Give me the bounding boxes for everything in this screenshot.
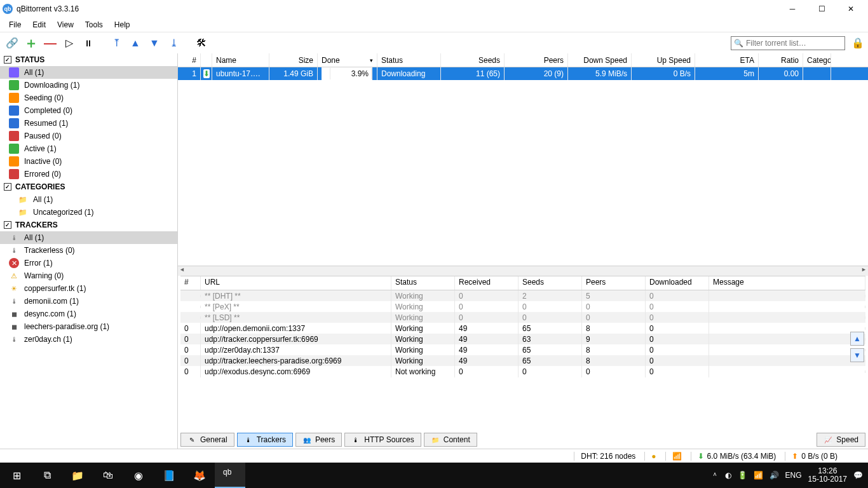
col-ratio[interactable]: Ratio bbox=[759, 53, 803, 67]
col-size[interactable]: Size bbox=[269, 53, 318, 67]
sidebar-status-item[interactable]: Seeding (0) bbox=[0, 92, 177, 104]
app-icon: qb bbox=[3, 4, 13, 14]
tracker-row[interactable]: 0udp://open.demonii.com:1337Working49658… bbox=[180, 323, 865, 334]
start-button[interactable]: ⊞ bbox=[1, 463, 32, 488]
file-explorer-button[interactable]: 📁 bbox=[62, 463, 93, 488]
move-down-button[interactable]: ▼ bbox=[146, 35, 163, 51]
tab-peers[interactable]: 👥Peers bbox=[295, 433, 342, 447]
sidebar-tracker-item[interactable]: ◼desync.com (1) bbox=[0, 308, 177, 320]
sidebar-tracker-item[interactable]: ✕Error (1) bbox=[0, 257, 177, 269]
sidebar-status-item[interactable]: Active (1) bbox=[0, 142, 177, 155]
tab-general[interactable]: ✎General bbox=[180, 433, 234, 447]
speed-gauge: 📶 bbox=[665, 452, 682, 461]
col-category[interactable]: Catego bbox=[803, 53, 831, 67]
sidebar-tracker-item[interactable]: ◼leechers-paradise.org (1) bbox=[0, 320, 177, 333]
tab-trackers[interactable]: 🌡Trackers bbox=[237, 433, 293, 447]
move-up-button[interactable]: ▲ bbox=[127, 35, 144, 51]
tab-content[interactable]: 📁Content bbox=[424, 433, 477, 447]
tracker-row[interactable]: 0udp://exodus.desync.com:6969Not working… bbox=[180, 366, 865, 377]
sidebar-tracker-item[interactable]: 🌡zer0day.ch (1) bbox=[0, 333, 177, 346]
tray-lang[interactable]: ENG bbox=[785, 471, 802, 480]
move-top-button[interactable]: ⤒ bbox=[108, 35, 125, 51]
col-num[interactable]: # bbox=[178, 53, 201, 67]
col-down-speed[interactable]: Down Speed bbox=[568, 53, 632, 67]
tracker-list[interactable]: ** [DHT] **Working0250** [PeX] **Working… bbox=[180, 290, 865, 431]
disk-status: ● bbox=[644, 452, 656, 461]
sidebar-header[interactable]: ✓STATUS bbox=[0, 53, 177, 66]
tray-qb-icon[interactable]: ◐ bbox=[725, 471, 731, 480]
tray-chevron-icon[interactable]: ＾ bbox=[711, 470, 719, 481]
remove-button[interactable]: — bbox=[42, 35, 58, 51]
sidebar-status-item[interactable]: Errored (0) bbox=[0, 168, 177, 180]
tracker-row[interactable]: ** [PeX] **Working0000 bbox=[180, 301, 865, 312]
maximize-button[interactable]: ☐ bbox=[807, 0, 836, 18]
lock-icon[interactable]: 🔒 bbox=[851, 37, 864, 50]
filter-box[interactable]: 🔍 bbox=[731, 36, 845, 50]
sidebar-tracker-item[interactable]: ⚠Warning (0) bbox=[0, 269, 177, 282]
sidebar-header[interactable]: ✓CATEGORIES bbox=[0, 180, 177, 193]
menu-edit[interactable]: Edit bbox=[27, 19, 51, 30]
menu-help[interactable]: Help bbox=[109, 19, 135, 30]
tray-notifications-icon[interactable]: 💬 bbox=[853, 471, 863, 480]
tracker-row[interactable]: 0udp://tracker.leechers-paradise.org:696… bbox=[180, 355, 865, 366]
priority-up-button[interactable]: ▲ bbox=[850, 332, 864, 346]
resume-button[interactable]: ▷ bbox=[61, 35, 78, 51]
col-done[interactable]: Done▾ bbox=[318, 53, 377, 67]
col-seeds[interactable]: Seeds bbox=[441, 53, 505, 67]
col-peers[interactable]: Peers bbox=[505, 53, 568, 67]
horizontal-scrollbar[interactable] bbox=[178, 266, 868, 276]
sidebar-status-item[interactable]: All (1) bbox=[0, 66, 177, 79]
tray-wifi-icon[interactable]: 📶 bbox=[754, 471, 763, 480]
tab-speed[interactable]: 📈Speed bbox=[817, 433, 865, 447]
col-eta[interactable]: ETA bbox=[695, 53, 759, 67]
priority-down-button[interactable]: ▼ bbox=[850, 348, 864, 362]
sidebar-header[interactable]: ✓TRACKERS bbox=[0, 219, 177, 231]
systray[interactable]: ＾ ◐ 🔋 📶 🔊 ENG 13:2615-10-2017 💬 bbox=[711, 467, 867, 484]
menu-file[interactable]: File bbox=[4, 19, 26, 30]
close-button[interactable]: ✕ bbox=[836, 0, 865, 18]
sidebar-status-item[interactable]: Resumed (1) bbox=[0, 117, 177, 130]
sidebar-category-item[interactable]: 📁All (1) bbox=[0, 193, 177, 206]
tray-battery-icon[interactable]: 🔋 bbox=[738, 471, 747, 480]
pause-button[interactable]: ⏸ bbox=[80, 35, 97, 51]
sidebar-status-item[interactable]: Downloading (1) bbox=[0, 79, 177, 92]
sidebar-status-item[interactable]: Completed (0) bbox=[0, 104, 177, 117]
sidebar-tracker-item[interactable]: 🌡demonii.com (1) bbox=[0, 295, 177, 308]
menu-tools[interactable]: Tools bbox=[80, 19, 108, 30]
add-link-button[interactable]: 🔗 bbox=[4, 35, 20, 51]
tracker-header[interactable]: # URL Status Received Seeds Peers Downlo… bbox=[180, 276, 865, 290]
dht-status: DHT: 216 nodes bbox=[574, 452, 635, 461]
menu-view[interactable]: View bbox=[52, 19, 79, 30]
sidebar-status-item[interactable]: Paused (0) bbox=[0, 130, 177, 142]
sidebar-tracker-item[interactable]: 🌡Trackerless (0) bbox=[0, 244, 177, 257]
torrent-grid-header[interactable]: # Name Size Done▾ Status Seeds Peers Dow… bbox=[178, 53, 868, 67]
col-name[interactable]: Name bbox=[212, 53, 269, 67]
tracker-row[interactable]: 0udp://zer0day.ch:1337Working496580 bbox=[180, 344, 865, 355]
move-bottom-button[interactable]: ⤓ bbox=[165, 35, 182, 51]
firefox-button[interactable]: 🦊 bbox=[184, 463, 215, 488]
tracker-row[interactable]: ** [DHT] **Working0250 bbox=[180, 290, 865, 301]
filter-input[interactable] bbox=[746, 39, 842, 48]
task-view-button[interactable]: ⧉ bbox=[32, 463, 62, 488]
qbittorrent-task-button[interactable]: qb bbox=[215, 463, 245, 488]
chrome-button[interactable]: ◉ bbox=[123, 463, 154, 488]
torrent-list[interactable]: 1⬇ubuntu-17….1.49 GiB3.9%Downloading11 (… bbox=[178, 67, 868, 266]
tray-volume-icon[interactable]: 🔊 bbox=[770, 471, 779, 480]
sidebar-tracker-item[interactable]: ☀coppersurfer.tk (1) bbox=[0, 282, 177, 295]
tracker-row[interactable]: 0udp://tracker.coppersurfer.tk:6969Worki… bbox=[180, 334, 865, 344]
col-up-speed[interactable]: Up Speed bbox=[632, 53, 695, 67]
store-button[interactable]: 🛍 bbox=[93, 463, 123, 488]
tray-clock[interactable]: 13:2615-10-2017 bbox=[808, 467, 847, 484]
sidebar-tracker-item[interactable]: 🌡All (1) bbox=[0, 231, 177, 244]
add-torrent-button[interactable]: ＋ bbox=[23, 35, 39, 51]
torrent-row[interactable]: 1⬇ubuntu-17….1.49 GiB3.9%Downloading11 (… bbox=[178, 67, 868, 80]
minimize-button[interactable]: ─ bbox=[778, 0, 807, 18]
sidebar-category-item[interactable]: 📁Uncategorized (1) bbox=[0, 206, 177, 219]
sidebar-status-item[interactable]: Inactive (0) bbox=[0, 155, 177, 168]
settings-button[interactable]: 🛠 bbox=[193, 35, 210, 51]
notes-button[interactable]: 📘 bbox=[154, 463, 184, 488]
taskbar[interactable]: ⊞ ⧉ 📁 🛍 ◉ 📘 🦊 qb ＾ ◐ 🔋 📶 🔊 ENG 13:2615-1… bbox=[0, 463, 868, 488]
tracker-row[interactable]: ** [LSD] **Working0000 bbox=[180, 312, 865, 323]
col-status[interactable]: Status bbox=[377, 53, 441, 67]
tab-http-sources[interactable]: 🌡HTTP Sources bbox=[344, 433, 421, 447]
